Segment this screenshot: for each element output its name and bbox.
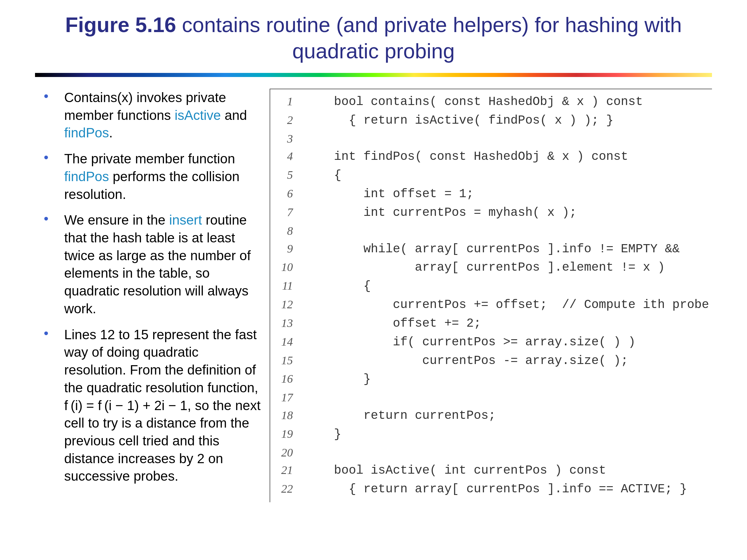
line-number: 19 (270, 425, 305, 444)
bullet-item: The private member function findPos perf… (44, 150, 261, 211)
line-number: 20 (270, 444, 305, 462)
code-line: 5 { (270, 166, 709, 185)
code-line: 20 (270, 444, 709, 462)
bullet-text: and (221, 108, 247, 123)
code-text: while( array[ currentPos ].info != EMPTY… (305, 240, 709, 259)
code-text (305, 444, 709, 462)
keyword: insert (169, 212, 202, 228)
slide-body: Contains(x) invokes private member funct… (0, 89, 747, 502)
code-text: { return array[ currentPos ].info == ACT… (305, 480, 709, 499)
line-number: 18 (270, 407, 305, 425)
code-line: 15 currentPos -= array.size( ); (270, 352, 709, 370)
line-number: 16 (270, 370, 305, 389)
code-text: } (305, 425, 709, 444)
slide-title: Figure 5.16 contains routine (and privat… (0, 0, 747, 73)
bullet-text: Lines 12 to 15 represent the fast way of… (64, 327, 261, 484)
title-rest: contains routine (and private helpers) f… (176, 13, 682, 63)
code-text: array[ currentPos ].element != x ) (305, 259, 709, 277)
code-line: 13 offset += 2; (270, 314, 709, 333)
figure-ref: Figure 5.16 (65, 13, 176, 36)
line-number: 15 (270, 352, 305, 370)
code-line: 10 array[ currentPos ].element != x ) (270, 259, 709, 277)
code-line: 8 (270, 222, 709, 240)
code-text: { return isActive( findPos( x ) ); } (305, 111, 709, 130)
code-listing: 1 bool contains( const HashedObj & x ) c… (270, 93, 709, 499)
code-line: 4 int findPos( const HashedObj & x ) con… (270, 148, 709, 166)
slide: Figure 5.16 contains routine (and privat… (0, 0, 747, 560)
code-text: if( currentPos >= array.size( ) ) (305, 333, 709, 352)
code-line: 6 int offset = 1; (270, 185, 709, 204)
line-number: 11 (270, 277, 305, 296)
code-line: 18 return currentPos; (270, 407, 709, 425)
code-text: bool isActive( int currentPos ) const (305, 461, 709, 480)
bullet-text: . (109, 125, 113, 140)
code-text: int findPos( const HashedObj & x ) const (305, 148, 709, 166)
code-line: 12 currentPos += offset; // Compute ith … (270, 296, 709, 314)
bullet-item: Lines 12 to 15 represent the fast way of… (44, 326, 261, 493)
line-number: 13 (270, 314, 305, 333)
code-line: 22 { return array[ currentPos ].info == … (270, 480, 709, 499)
code-line: 11 { (270, 277, 709, 296)
line-number: 3 (270, 130, 305, 148)
line-number: 9 (270, 240, 305, 259)
line-number: 10 (270, 259, 305, 277)
code-text: currentPos += offset; // Compute ith pro… (305, 296, 709, 314)
line-number: 1 (270, 93, 305, 111)
line-number: 22 (270, 480, 305, 499)
line-number: 7 (270, 204, 305, 222)
line-number: 17 (270, 389, 305, 407)
keyword: findPos (64, 125, 109, 140)
line-number: 12 (270, 296, 305, 314)
bullet-item: Contains(x) invokes private member funct… (44, 89, 261, 150)
bullet-text: We ensure in the (64, 212, 169, 228)
code-text (305, 389, 709, 407)
code-text: { (305, 166, 709, 185)
code-line: 1 bool contains( const HashedObj & x ) c… (270, 93, 709, 111)
code-text: int offset = 1; (305, 185, 709, 204)
line-number: 6 (270, 185, 305, 204)
bullet-list: Contains(x) invokes private member funct… (44, 89, 261, 493)
line-number: 5 (270, 166, 305, 185)
code-line: 2 { return isActive( findPos( x ) ); } (270, 111, 709, 130)
code-text: offset += 2; (305, 314, 709, 333)
line-number: 14 (270, 333, 305, 352)
bullet-item: We ensure in the insert routine that the… (44, 211, 261, 325)
code-text (305, 130, 709, 148)
code-panel: 1 bool contains( const HashedObj & x ) c… (269, 89, 712, 502)
bullet-text: routine that the hash table is at least … (64, 212, 251, 316)
line-number: 21 (270, 461, 305, 480)
keyword: findPos (64, 169, 109, 184)
code-line: 19 } (270, 425, 709, 444)
code-text: bool contains( const HashedObj & x ) con… (305, 93, 709, 111)
keyword: isActive (175, 108, 221, 123)
code-text (305, 222, 709, 240)
code-line: 14 if( currentPos >= array.size( ) ) (270, 333, 709, 352)
code-line: 3 (270, 130, 709, 148)
rainbow-divider (35, 73, 712, 77)
code-text: currentPos -= array.size( ); (305, 352, 709, 370)
code-text: int currentPos = myhash( x ); (305, 204, 709, 222)
code-text: } (305, 370, 709, 389)
bullet-text: The private member function (64, 151, 235, 166)
code-text: { (305, 277, 709, 296)
code-line: 16 } (270, 370, 709, 389)
line-number: 4 (270, 148, 305, 166)
code-line: 17 (270, 389, 709, 407)
line-number: 2 (270, 111, 305, 130)
bullet-column: Contains(x) invokes private member funct… (44, 89, 261, 502)
code-line: 7 int currentPos = myhash( x ); (270, 204, 709, 222)
code-line: 9 while( array[ currentPos ].info != EMP… (270, 240, 709, 259)
code-text: return currentPos; (305, 407, 709, 425)
line-number: 8 (270, 222, 305, 240)
code-line: 21 bool isActive( int currentPos ) const (270, 461, 709, 480)
